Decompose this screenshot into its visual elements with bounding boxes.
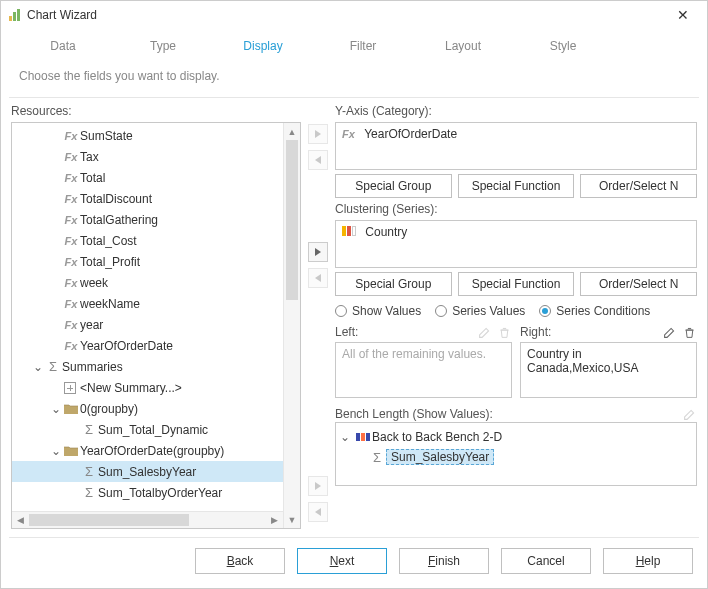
bench-edit-icon[interactable]	[681, 406, 697, 422]
fx-icon: Fx	[62, 340, 80, 352]
plus-icon	[62, 382, 80, 394]
yaxis-order-select-button[interactable]: Order/Select N	[580, 174, 697, 198]
fx-icon: Fx	[62, 235, 80, 247]
tab-data[interactable]: Data	[13, 33, 113, 63]
yaxis-remove-button[interactable]	[308, 150, 328, 170]
yaxis-field-box[interactable]: Fx YearOfOrderDate	[335, 122, 697, 170]
tree-item-label: Total	[80, 171, 105, 185]
wizard-tabs: Data Type Display Filter Layout Style	[1, 29, 707, 63]
sigma-icon: Σ	[80, 464, 98, 479]
tree-item[interactable]: FxTax	[12, 146, 300, 167]
tree-item-label: SumState	[80, 129, 133, 143]
bench-remove-button[interactable]	[308, 502, 328, 522]
right-value: Country in Canada,Mexico,USA	[527, 347, 638, 375]
bench-add-button[interactable]	[308, 476, 328, 496]
fx-icon: Fx	[62, 319, 80, 331]
transfer-arrows	[307, 104, 329, 529]
tab-filter[interactable]: Filter	[313, 33, 413, 63]
bench-group-row[interactable]: ⌄ Back to Back Bench 2-D	[340, 427, 692, 447]
yaxis-special-group-button[interactable]: Special Group	[335, 174, 452, 198]
scroll-left-icon[interactable]: ◀	[12, 512, 29, 528]
tree-item[interactable]: FxTotal_Profit	[12, 251, 300, 272]
fx-icon: Fx	[62, 130, 80, 142]
clustering-special-group-button[interactable]: Special Group	[335, 272, 452, 296]
radio-series-values[interactable]: Series Values	[435, 304, 525, 318]
yaxis-special-function-button[interactable]: Special Function	[458, 174, 575, 198]
scroll-right-icon[interactable]: ▶	[266, 512, 283, 528]
left-values-box[interactable]: All of the remaining values.	[335, 342, 512, 398]
tree-item[interactable]: Fxweek	[12, 272, 300, 293]
tree-item-label: Sum_TotalbyOrderYear	[98, 486, 222, 500]
twisty-icon[interactable]: ⌄	[50, 444, 62, 458]
sigma-icon: Σ	[80, 422, 98, 437]
tree-item[interactable]: Fxyear	[12, 314, 300, 335]
fx-icon: Fx	[62, 214, 80, 226]
chevron-down-icon[interactable]: ⌄	[340, 430, 354, 444]
yaxis-label: Y-Axis (Category):	[335, 104, 697, 118]
bench-box[interactable]: ⌄ Back to Back Bench 2-D Σ Sum_SalesbyYe…	[335, 422, 697, 486]
folder-icon	[62, 403, 80, 414]
radio-show-values[interactable]: Show Values	[335, 304, 421, 318]
twisty-icon[interactable]: ⌄	[32, 360, 44, 374]
bench-label: Bench Length (Show Values):	[335, 407, 493, 421]
tree-item[interactable]: ⌄0(groupby)	[12, 398, 300, 419]
right-delete-icon[interactable]	[681, 324, 697, 340]
tab-type[interactable]: Type	[113, 33, 213, 63]
right-edit-icon[interactable]	[661, 324, 677, 340]
scroll-thumb-h[interactable]	[29, 514, 189, 526]
tree-item[interactable]: ΣSum_SalesbyYear	[12, 461, 300, 482]
country-chip-icon	[342, 226, 356, 236]
left-edit-icon[interactable]	[476, 324, 492, 340]
tree-item[interactable]: FxSumState	[12, 125, 300, 146]
radio-series-conditions[interactable]: Series Conditions	[539, 304, 650, 318]
next-button[interactable]: Next	[297, 548, 387, 574]
tree-item[interactable]: FxTotalDiscount	[12, 188, 300, 209]
tree-item-label: Sum_Total_Dynamic	[98, 423, 208, 437]
tree-item[interactable]: ⌄YearOfOrderDate(groupby)	[12, 440, 300, 461]
left-delete-icon[interactable]	[496, 324, 512, 340]
tree-item[interactable]: ⌄ΣSummaries	[12, 356, 300, 377]
clustering-special-function-button[interactable]: Special Function	[458, 272, 575, 296]
yaxis-add-button[interactable]	[308, 124, 328, 144]
bench-item-label: Sum_SalesbyYear	[386, 449, 494, 465]
close-icon[interactable]: ✕	[669, 7, 697, 23]
clustering-remove-button[interactable]	[308, 268, 328, 288]
tree-item[interactable]: FxYearOfOrderDate	[12, 335, 300, 356]
fx-icon: Fx	[62, 277, 80, 289]
cancel-button[interactable]: Cancel	[501, 548, 591, 574]
twisty-icon[interactable]: ⌄	[50, 402, 62, 416]
app-icon	[9, 9, 21, 21]
clustering-field-box[interactable]: Country	[335, 220, 697, 268]
yaxis-field: YearOfOrderDate	[364, 127, 457, 141]
tab-style[interactable]: Style	[513, 33, 613, 63]
tree-item-label: weekName	[80, 297, 140, 311]
help-button[interactable]: Help	[603, 548, 693, 574]
bench-item-row[interactable]: Σ Sum_SalesbyYear	[340, 447, 692, 467]
fx-icon: Fx	[62, 298, 80, 310]
right-values-box[interactable]: Country in Canada,Mexico,USA	[520, 342, 697, 398]
fx-icon: Fx	[62, 256, 80, 268]
resources-tree[interactable]: FxSumStateFxTaxFxTotalFxTotalDiscountFxT…	[11, 122, 301, 529]
clustering-order-select-button[interactable]: Order/Select N	[580, 272, 697, 296]
tree-item-label: Sum_SalesbyYear	[98, 465, 196, 479]
scroll-down-icon[interactable]: ▼	[284, 511, 300, 528]
scroll-thumb-v[interactable]	[286, 140, 298, 300]
clustering-add-button[interactable]	[308, 242, 328, 262]
tree-item[interactable]: FxTotal	[12, 167, 300, 188]
tree-item[interactable]: ΣSum_TotalbyOrderYear	[12, 482, 300, 503]
scrollbar-vertical[interactable]: ▲ ▼	[283, 123, 300, 528]
back-button[interactable]: Back	[195, 548, 285, 574]
tab-display[interactable]: Display	[213, 33, 313, 63]
tree-item[interactable]: FxTotal_Cost	[12, 230, 300, 251]
tree-item-label: Tax	[80, 150, 99, 164]
finish-button[interactable]: Finish	[399, 548, 489, 574]
tree-item[interactable]: <New Summary...>	[12, 377, 300, 398]
tree-item[interactable]: FxweekName	[12, 293, 300, 314]
tab-layout[interactable]: Layout	[413, 33, 513, 63]
tree-item[interactable]: ΣSum_Total_Dynamic	[12, 419, 300, 440]
tree-item-label: year	[80, 318, 103, 332]
scrollbar-horizontal[interactable]: ◀ ▶	[12, 511, 283, 528]
subtitle: Choose the fields you want to display.	[1, 63, 707, 97]
tree-item[interactable]: FxTotalGathering	[12, 209, 300, 230]
scroll-up-icon[interactable]: ▲	[284, 123, 300, 140]
